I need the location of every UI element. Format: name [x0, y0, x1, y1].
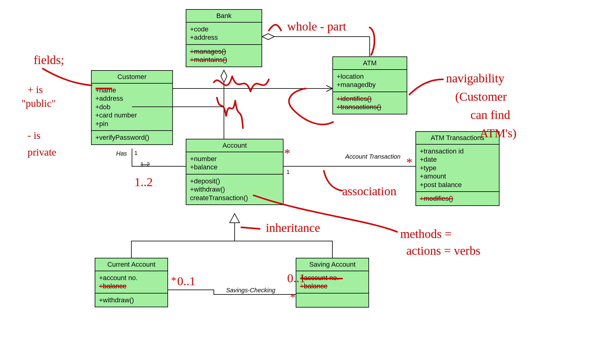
hand-inh-dash	[241, 227, 260, 229]
attr: +name	[95, 86, 169, 95]
mult-customer: 1	[134, 150, 137, 156]
attr: +code	[190, 25, 258, 34]
class-title: Current Account	[95, 258, 167, 271]
hand-star-acct: *	[284, 146, 290, 160]
assoc-customer-account: Has 1 1..2	[116, 149, 186, 168]
attr-struck: +balance	[300, 282, 365, 290]
attr: +managedby	[337, 81, 403, 89]
hand-priv2: private	[27, 146, 56, 158]
hand-nav3: can find	[470, 108, 510, 122]
gen-account	[131, 214, 332, 258]
attr: +location	[337, 72, 403, 81]
hand-association: association	[342, 184, 397, 198]
hand-wp-tail	[370, 27, 375, 55]
class-title: Account	[186, 139, 283, 152]
attr: +number	[190, 155, 279, 163]
attr: +account no.	[300, 274, 365, 282]
ops: +verifyPassword()	[92, 130, 172, 144]
attr: +amount	[420, 172, 495, 181]
class-account: Account +number +balance +deposit() +wit…	[186, 139, 284, 205]
hand-methods1: methods =	[400, 227, 452, 241]
class-customer: Customer +name +address +dob +card numbe…	[91, 70, 173, 145]
attr: +dob	[95, 103, 169, 111]
ops: +manages() +maintains()	[186, 44, 262, 67]
attr: +address	[95, 94, 169, 103]
hand-nav-loop	[289, 88, 333, 124]
attrs: +code +address	[186, 23, 262, 44]
attrs: +account no. +balance	[95, 271, 167, 293]
svg-marker-0	[262, 34, 274, 40]
mult-account-1: 1	[287, 169, 290, 175]
op: +withdraw()	[99, 296, 164, 305]
hand-fields-arrow	[43, 69, 92, 85]
op-struck: +manages()	[190, 47, 258, 56]
attr: +account no.	[99, 274, 164, 282]
hand-nav-curve	[409, 79, 443, 95]
assoc-bank-account	[221, 70, 227, 139]
hand-nav2: (Customer	[455, 90, 507, 103]
hand-pub1: + is	[27, 84, 43, 95]
op: +deposit()	[190, 177, 279, 186]
op-empty	[300, 296, 365, 305]
class-current-account: Current Account +account no. +balance +w…	[95, 258, 168, 307]
class-title: Bank	[186, 10, 262, 23]
ops: +deposit() +withdraw() createTransaction…	[186, 174, 283, 205]
mult-account-struck: 1..2	[141, 161, 150, 168]
hand-nav1: navigability	[446, 71, 504, 85]
attr: +pin	[95, 120, 169, 128]
svg-marker-2	[230, 214, 240, 223]
hand-scribble-top	[214, 76, 269, 92]
assoc-label-has: Has	[116, 150, 127, 157]
hand-methods2: actions = verbs	[406, 244, 481, 258]
class-atm: ATM +location +managedby +identifies() +…	[332, 56, 407, 114]
ops	[296, 293, 368, 307]
class-atm-transactions: ATM Transactions +transaction id +date +…	[415, 131, 499, 206]
attr: +date	[420, 155, 495, 164]
attr: +post balance	[420, 181, 495, 189]
attr-struck: +balance	[99, 282, 164, 290]
op: +withdraw()	[190, 185, 279, 194]
hand-priv1: - is	[27, 130, 41, 141]
op-struck: +modifies()	[420, 194, 495, 203]
class-title: Customer	[92, 71, 172, 84]
op: createTransaction()	[190, 194, 279, 202]
attrs: +location +managedby	[333, 70, 407, 92]
op-struck: +identifies()	[337, 95, 403, 103]
op: +verifyPassword()	[95, 133, 169, 142]
hand-pub2: "public"	[21, 98, 56, 109]
ops: +withdraw()	[95, 293, 167, 307]
hand-scribble-vert	[217, 98, 243, 128]
assoc-current-saving: Savings-Checking	[168, 287, 296, 294]
assoc-bank-atm	[262, 34, 370, 56]
hand-star-curr: *	[171, 275, 176, 286]
hand-whole-part: whole - part	[287, 20, 346, 33]
assoc-label-acct-tx: Account Transaction	[345, 153, 401, 160]
hand-inheritance: inheritance	[266, 221, 320, 235]
connectors-overlay: Has 1 1..2 Account Transaction 1 Savings…	[0, 0, 611, 364]
class-bank: Bank +code +address +manages() +maintain…	[186, 9, 262, 67]
assoc-customer-atm	[173, 85, 332, 92]
hand-wp-hook	[269, 25, 281, 31]
svg-marker-1	[221, 70, 227, 82]
ops: +identifies() +transactions()	[333, 92, 407, 114]
class-title: ATM	[333, 57, 407, 70]
assoc-label-sav-chk: Savings-Checking	[226, 287, 275, 294]
class-title: ATM Transactions	[416, 132, 499, 145]
hand-assoc-arrow	[324, 171, 342, 191]
hand-zero-one-left: 0..1	[177, 274, 196, 288]
hand-fields: fields;	[34, 53, 64, 67]
hand-star-tx: *	[406, 155, 412, 169]
class-title: Saving Account	[296, 258, 368, 271]
hand-star-sav: *	[290, 291, 295, 303]
hand-one-two: 1..2	[134, 175, 153, 189]
attr: +address	[190, 33, 258, 42]
op-struck: +maintains()	[190, 56, 258, 64]
attr: +card number	[95, 111, 169, 120]
op-struck: +transactions()	[337, 103, 403, 111]
attrs: +name +address +dob +card number +pin	[92, 84, 172, 131]
assoc-account-atmtx: Account Transaction 1	[284, 153, 415, 175]
attr: +type	[420, 164, 495, 172]
class-saving-account: Saving Account +account no. +balance	[296, 258, 369, 308]
attr: +transaction id	[420, 147, 495, 156]
attr: +balance	[190, 163, 279, 171]
